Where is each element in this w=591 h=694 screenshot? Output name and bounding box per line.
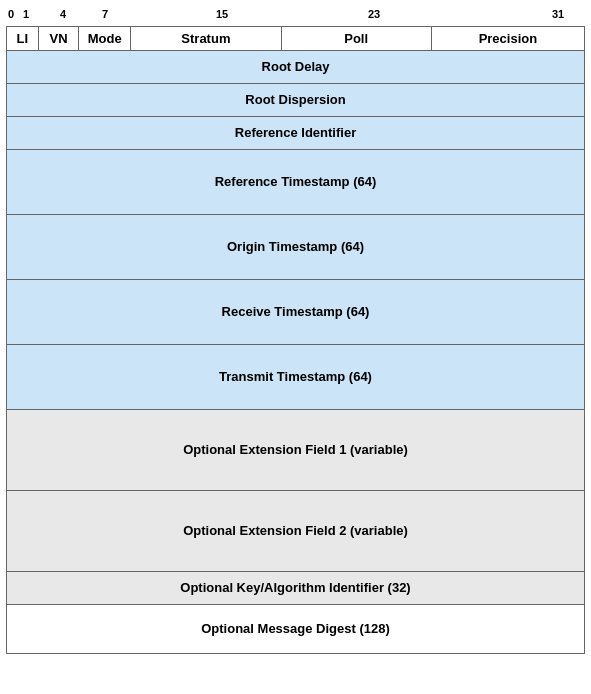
cell-root-delay: Root Delay (7, 51, 585, 84)
diagram-wrapper: 0 1 4 7 15 23 31 LI VN Mode Stratum Poll… (0, 0, 591, 662)
cell-message-digest: Optional Message Digest (128) (7, 605, 585, 654)
bit-0: 0 (8, 8, 14, 20)
row-root-delay: Root Delay (7, 51, 585, 84)
cell-root-dispersion: Root Dispersion (7, 84, 585, 117)
row-receive-timestamp: Receive Timestamp (64) (7, 280, 585, 345)
col-header-poll: Poll (281, 27, 431, 51)
col-header-precision: Precision (431, 27, 584, 51)
row-message-digest: Optional Message Digest (128) (7, 605, 585, 654)
row-ext-field-2: Optional Extension Field 2 (variable) (7, 491, 585, 572)
row-ref-timestamp: Reference Timestamp (64) (7, 150, 585, 215)
cell-ref-timestamp: Reference Timestamp (64) (7, 150, 585, 215)
cell-ext-field-1: Optional Extension Field 1 (variable) (7, 410, 585, 491)
row-ext-field-1: Optional Extension Field 1 (variable) (7, 410, 585, 491)
col-header-mode: Mode (79, 27, 131, 51)
bit-7: 7 (102, 8, 108, 20)
row-key-identifier: Optional Key/Algorithm Identifier (32) (7, 572, 585, 605)
col-header-vn: VN (38, 27, 78, 51)
bit-15: 15 (216, 8, 228, 20)
header-row: LI VN Mode Stratum Poll Precision (7, 27, 585, 51)
cell-transmit-timestamp: Transmit Timestamp (64) (7, 345, 585, 410)
bit-23: 23 (368, 8, 380, 20)
bit-4: 4 (60, 8, 66, 20)
bit-1: 1 (23, 8, 29, 20)
col-header-stratum: Stratum (131, 27, 281, 51)
col-header-li: LI (7, 27, 39, 51)
row-root-dispersion: Root Dispersion (7, 84, 585, 117)
row-origin-timestamp: Origin Timestamp (64) (7, 215, 585, 280)
bit-ruler: 0 1 4 7 15 23 31 (6, 8, 585, 26)
cell-key-identifier: Optional Key/Algorithm Identifier (32) (7, 572, 585, 605)
cell-origin-timestamp: Origin Timestamp (64) (7, 215, 585, 280)
row-transmit-timestamp: Transmit Timestamp (64) (7, 345, 585, 410)
cell-receive-timestamp: Receive Timestamp (64) (7, 280, 585, 345)
row-ref-identifier: Reference Identifier (7, 117, 585, 150)
cell-ext-field-2: Optional Extension Field 2 (variable) (7, 491, 585, 572)
cell-ref-identifier: Reference Identifier (7, 117, 585, 150)
ntp-packet-table: LI VN Mode Stratum Poll Precision Root D… (6, 26, 585, 654)
bit-31: 31 (552, 8, 564, 20)
